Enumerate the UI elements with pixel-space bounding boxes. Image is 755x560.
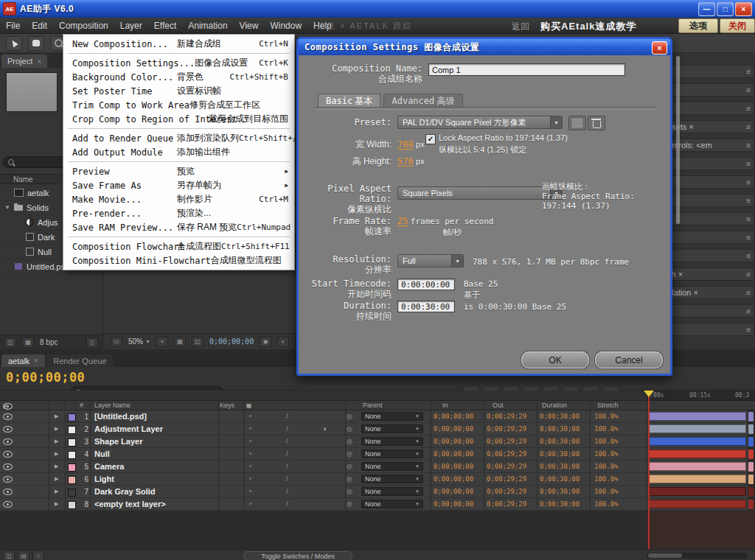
menu-item-composition-mini-flowchart[interactable]: Composition Mini-Flowchart合成组微型流程图 [63,253,294,267]
menu-view[interactable]: View [240,21,259,31]
save-preset-button[interactable] [568,116,586,130]
panel-menu-icon[interactable]: ≡ [746,197,751,205]
close-button[interactable]: × [735,2,752,16]
layer-row-8[interactable]: ▶8<empty text layer>⚬/◎None▼0;00;00;000;… [0,498,755,511]
parent-dropdown[interactable]: None▼ [361,475,423,483]
width-value[interactable]: 788 [397,139,414,150]
options-button[interactable]: 选项 [678,18,718,33]
tab-render-queue[interactable]: Render Queue [46,354,113,367]
menu-layer[interactable]: Layer [120,21,142,31]
parent-pickwhip-icon[interactable]: ◎ [347,473,352,485]
close-helper-button[interactable]: 关闭 [720,18,755,33]
resolution-dropdown[interactable]: Full ▼ [397,254,464,267]
hand-tool-button[interactable] [28,36,44,51]
parent-dropdown[interactable]: None▼ [361,462,423,471]
layer-visibility-toggle[interactable] [3,498,13,510]
layer-visibility-toggle[interactable] [3,486,13,497]
menu-effect[interactable]: Effect [154,21,176,31]
layer-switch-icon[interactable]: ⚬ [248,498,254,510]
minimize-button[interactable]: — [698,2,715,16]
magnification-dropdown[interactable]: 50% ▼ [128,337,150,346]
panel-menu-icon[interactable]: ≡ [746,105,751,113]
layer-row-2[interactable]: ▶2Adjustment Layer⚬/◑◎None▼0;00;00;000;0… [0,423,755,435]
layer-color-chip[interactable] [68,489,76,497]
layer-duration-bar[interactable] [649,437,746,446]
transparency-grid-icon[interactable]: ▦ [174,337,186,347]
col-out[interactable]: Out [493,402,504,409]
pixel-aspect-dropdown[interactable]: Square Pixels ▼ [397,186,563,200]
layer-switch-icon[interactable]: ⚬ [248,473,254,485]
menu-item-pre-render[interactable]: Pre-render...预渲染... [63,206,294,220]
layer-switch-icon[interactable]: / [286,410,288,422]
layer-row-7[interactable]: ▶7Dark Gray Solid⚬/◎None▼0;00;00;000;00;… [0,486,755,498]
panel-header-olation[interactable]: olation ×≡ [664,286,754,299]
col-parent[interactable]: Parent [363,402,383,409]
promo-link[interactable]: 购买AEtalk速成教学 [540,20,636,33]
layer-switch-icon[interactable]: / [286,486,288,497]
maximize-button[interactable]: □ [717,2,734,16]
layer-color-chip[interactable] [68,438,76,447]
panel-menu-icon[interactable]: ≡ [746,68,751,76]
panel-menu-icon[interactable]: ≡ [746,289,751,297]
layer-switch-icon[interactable]: / [286,435,288,447]
layer-duration-bar[interactable] [649,412,746,421]
panel-header[interactable]: ≡ [664,249,754,262]
snapshot-icon[interactable]: ◉ [260,337,271,347]
layer-navigator-chip[interactable] [748,500,754,509]
layer-switch-icon[interactable]: ⚬ [248,448,254,460]
tab-close-icon[interactable]: × [34,357,38,365]
layer-name[interactable]: Adjustment Layer [94,423,218,435]
menu-item-save-ram-preview[interactable]: Save RAM Preview...保存 RAM 预览Ctrl+Numpad … [63,220,294,234]
layer-name[interactable]: Shape Layer [94,435,218,447]
project-footage-icon[interactable]: ◫ [4,337,16,348]
tab-basic[interactable]: Basic 基本 [318,94,380,108]
layer-row-6[interactable]: ▶6Light⚬/◎None▼0;00;00;000;00;29;290;00;… [0,473,755,486]
panel-menu-icon[interactable]: ≡ [746,326,751,334]
frame-rate-value[interactable]: 25 [397,216,408,226]
menu-item-composition-flowchart[interactable]: Composition Flowchart合成流程图Ctrl+Shift+F11 [63,239,294,253]
layer-switch-icon[interactable]: / [286,448,288,460]
time-ruler[interactable]: :00s 00:15s 00:3 [647,391,755,401]
panel-header[interactable]: ≡ [664,304,754,318]
menu-item-add-to-render-queue[interactable]: Add to Render Queue添加到渲染队列Ctrl+Shift+/ [63,131,294,145]
panel-header[interactable]: ≡ [664,231,754,244]
layer-expand-arrow[interactable]: ▶ [55,423,58,435]
layer-navigator-chip[interactable] [748,424,754,434]
start-timecode-input[interactable] [397,279,455,290]
menu-item-crop-comp-to-region-of-interest[interactable]: Crop Comp to Region of Interest裁剪合成到目标范围 [63,112,294,126]
adjustment-layer-switch-icon[interactable]: ◑ [322,423,326,435]
layer-row-5[interactable]: ▶5Camera⚬/◎None▼0;00;00;000;00;29;290;00… [0,461,755,473]
layer-color-chip[interactable] [68,463,76,472]
col-keys[interactable]: Keys [220,402,234,409]
layer-visibility-toggle[interactable] [3,410,13,422]
layer-duration-bar[interactable] [649,449,746,458]
preset-dropdown[interactable]: PAL D1/DV Square Pixel 方形像素 ▼ [397,116,563,129]
cancel-button[interactable]: Cancel [595,351,663,368]
layer-row-4[interactable]: ▶4Null⚬/◎None▼0;00;00;000;00;29;290;00;3… [0,448,755,461]
panel-menu-icon[interactable]: ≡ [746,234,751,242]
layer-switch-icon[interactable]: ⚬ [248,435,254,447]
parent-dropdown[interactable]: None▼ [361,449,423,458]
menu-item-save-frame-as[interactable]: Save Frame As另存单帧为▶ [63,178,294,192]
layer-switch-icon[interactable]: ⚬ [248,423,254,435]
timeline-bottom-icon[interactable]: ◫ [3,550,15,560]
layer-navigator-chip[interactable] [748,475,754,484]
back-link[interactable]: 返回 [512,21,529,33]
timeline-bottom-icon[interactable]: ▤ [18,550,29,560]
region-of-interest-icon[interactable]: ◱ [192,337,203,347]
menu-item-composition-settings[interactable]: Composition Settings...图像合成设置Ctrl+K [63,56,294,70]
panel-menu-icon[interactable]: ≡ [746,252,751,260]
bit-depth-label[interactable]: 8 bpc [40,338,58,346]
layer-name[interactable]: Light [94,473,218,485]
layer-name[interactable]: <empty text layer> [94,498,218,510]
panel-menu-icon[interactable]: ≡ [746,160,751,168]
parent-pickwhip-icon[interactable]: ◎ [347,486,352,497]
layer-visibility-toggle[interactable] [3,473,13,485]
menu-composition[interactable]: Composition [59,21,108,31]
parent-pickwhip-icon[interactable]: ◎ [347,448,352,460]
layer-color-chip[interactable] [68,451,76,459]
layer-expand-arrow[interactable]: ▶ [55,461,58,472]
panel-menu-icon[interactable]: ≡ [746,215,751,223]
layer-expand-arrow[interactable]: ▶ [55,410,58,422]
height-value[interactable]: 576 [397,156,414,167]
